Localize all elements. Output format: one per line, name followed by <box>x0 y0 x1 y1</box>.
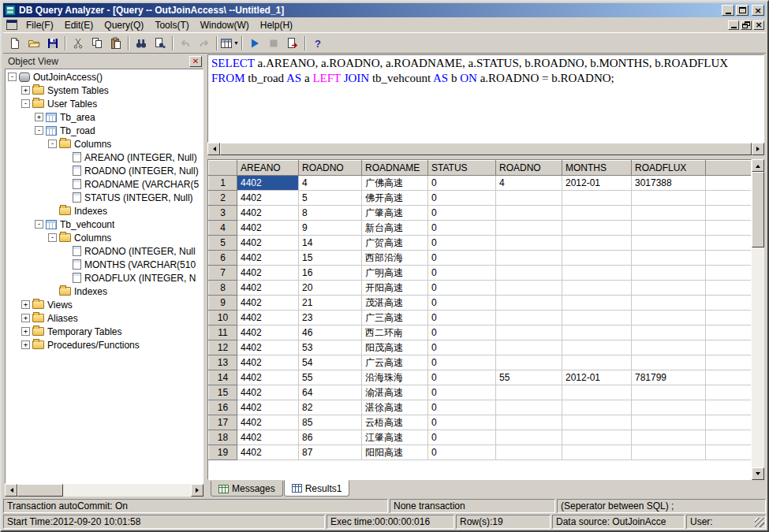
close-button[interactable]: × <box>752 5 764 16</box>
grid-cell[interactable] <box>562 385 632 400</box>
grid-cell[interactable] <box>562 430 632 445</box>
column-header-roadno[interactable]: ROADNO <box>299 161 362 176</box>
grid-cell[interactable]: 4402 <box>237 176 299 191</box>
grid-cell[interactable] <box>632 430 706 445</box>
row-number[interactable]: 10 <box>209 311 237 326</box>
grid-cell[interactable]: 2012-01 <box>562 176 632 191</box>
grid-cell[interactable]: 0 <box>428 430 496 445</box>
grid-cell[interactable]: 4402 <box>237 296 299 311</box>
grid-cell[interactable]: 0 <box>428 281 496 296</box>
grid-cell[interactable]: 2012-01 <box>562 370 632 385</box>
menu-file[interactable]: File(F) <box>21 18 59 32</box>
grid-cell[interactable]: 0 <box>428 340 496 355</box>
tree-item-aliases[interactable]: +Aliases <box>6 311 203 325</box>
tree-item-tb-road[interactable]: -Tb_road <box>6 124 203 137</box>
grid-cell[interactable]: 53 <box>299 340 362 355</box>
grid-cell[interactable]: 4402 <box>237 191 299 206</box>
grid-cell[interactable]: 西部沿海 <box>362 251 428 266</box>
column-header-status[interactable]: STATUS <box>428 161 496 176</box>
tree-item-tb-area[interactable]: +Tb_area <box>6 110 203 124</box>
grid-cell[interactable]: 广肇高速 <box>362 206 428 221</box>
grid-cell[interactable] <box>496 221 562 236</box>
row-number[interactable]: 2 <box>209 191 237 206</box>
titlebar[interactable]: DB Query Analyzer - [Query -- OutJoinAcc… <box>3 3 766 17</box>
grid-cell[interactable]: 0 <box>428 176 496 191</box>
grid-cell[interactable] <box>496 251 562 266</box>
tree-item-temporary-tables[interactable]: +Temporary Tables <box>6 325 203 338</box>
grid-cell[interactable]: 开阳高速 <box>362 281 428 296</box>
scroll-up-button[interactable] <box>752 159 764 172</box>
save-button[interactable] <box>43 35 62 52</box>
grid-cell[interactable] <box>562 311 632 326</box>
execute-button[interactable] <box>245 35 264 52</box>
grid-cell[interactable]: 4402 <box>237 430 299 445</box>
tree-item-user-tables[interactable]: -User Tables <box>6 97 203 110</box>
grid-cell[interactable] <box>632 296 706 311</box>
scroll-thumb[interactable] <box>220 143 752 155</box>
grid-cell[interactable]: 8 <box>299 206 362 221</box>
grid-cell[interactable]: 20 <box>299 281 362 296</box>
grid-cell[interactable]: 4402 <box>237 370 299 385</box>
column-header-areano[interactable]: AREANO <box>237 161 299 176</box>
grid-cell[interactable]: 0 <box>428 191 496 206</box>
grid-cell[interactable] <box>496 445 562 460</box>
tree-item-months-varchar-510[interactable]: MONTHS (VARCHAR(510 <box>6 258 203 271</box>
copy-button[interactable] <box>88 35 106 52</box>
collapse-icon[interactable]: - <box>48 140 57 148</box>
column-header-roadname[interactable]: ROADNAME <box>362 161 428 176</box>
grid-cell[interactable] <box>632 326 706 340</box>
tab-results1[interactable]: Results1 <box>284 480 350 497</box>
grid-cell[interactable] <box>496 191 562 206</box>
grid-cell[interactable]: 87 <box>299 445 362 460</box>
grid-cell[interactable]: 4402 <box>237 340 299 355</box>
grid-cell[interactable]: 55 <box>496 370 562 385</box>
grid-cell[interactable]: 55 <box>299 370 362 385</box>
open-button[interactable] <box>24 35 43 52</box>
collapse-icon[interactable]: - <box>21 99 30 108</box>
tree-item-indexes[interactable]: Indexes <box>6 285 203 298</box>
row-number[interactable]: 7 <box>209 266 237 281</box>
grid-cell[interactable]: 4402 <box>237 355 299 370</box>
collapse-icon[interactable]: - <box>8 73 17 81</box>
grid-cell[interactable] <box>562 206 632 221</box>
row-number[interactable]: 4 <box>209 221 237 236</box>
scroll-track[interactable] <box>752 172 764 467</box>
grid-cell[interactable]: 广明高速 <box>362 266 428 281</box>
grid-cell[interactable] <box>562 266 632 281</box>
sql-editor[interactable]: SELECT a.AREANO, a.ROADNO, a.ROADNAME, a… <box>207 54 764 143</box>
row-number[interactable]: 1 <box>209 176 237 191</box>
grid-cell[interactable]: 46 <box>299 326 362 340</box>
scroll-left-button[interactable] <box>207 143 220 155</box>
grid-cell[interactable]: 16 <box>299 266 362 281</box>
scroll-thumb[interactable] <box>752 172 764 247</box>
grid-cell[interactable] <box>632 311 706 326</box>
grid-cell[interactable] <box>562 221 632 236</box>
grid-cell[interactable]: 4 <box>299 176 362 191</box>
grid-cell[interactable]: 86 <box>299 430 362 445</box>
grid-cell[interactable]: 64 <box>299 385 362 400</box>
tree-item-outjoinaccess[interactable]: -OutJoinAccess() <box>6 70 203 84</box>
grid-cell[interactable]: 4402 <box>237 400 299 415</box>
row-number[interactable]: 15 <box>209 385 237 400</box>
grid-cell[interactable] <box>496 340 562 355</box>
scroll-down-button[interactable] <box>752 467 764 480</box>
grid-cell[interactable]: 0 <box>428 311 496 326</box>
tree-item-tb-vehcount[interactable]: -Tb_vehcount <box>6 218 203 231</box>
grid-cell[interactable] <box>496 385 562 400</box>
grid-cell[interactable] <box>632 281 706 296</box>
grid-cell[interactable]: 0 <box>428 251 496 266</box>
window-select-button[interactable]: ▼ <box>220 35 239 52</box>
grid-cell[interactable] <box>496 430 562 445</box>
grid-cell[interactable] <box>632 385 706 400</box>
object-view-close-button[interactable]: ✕ <box>189 56 202 67</box>
menu-query[interactable]: Query(Q) <box>99 18 149 32</box>
grid-cell[interactable]: 15 <box>299 251 362 266</box>
new-query-button[interactable] <box>6 35 24 52</box>
grid-cell[interactable]: 4402 <box>237 415 299 430</box>
grid-cell[interactable]: 渝湛高速 <box>362 385 428 400</box>
find-button[interactable] <box>132 35 151 52</box>
grid-cell[interactable] <box>562 296 632 311</box>
collapse-icon[interactable]: - <box>48 233 57 242</box>
grid-cell[interactable]: 西二环南 <box>362 326 428 340</box>
tree-item-views[interactable]: +Views <box>6 298 203 311</box>
